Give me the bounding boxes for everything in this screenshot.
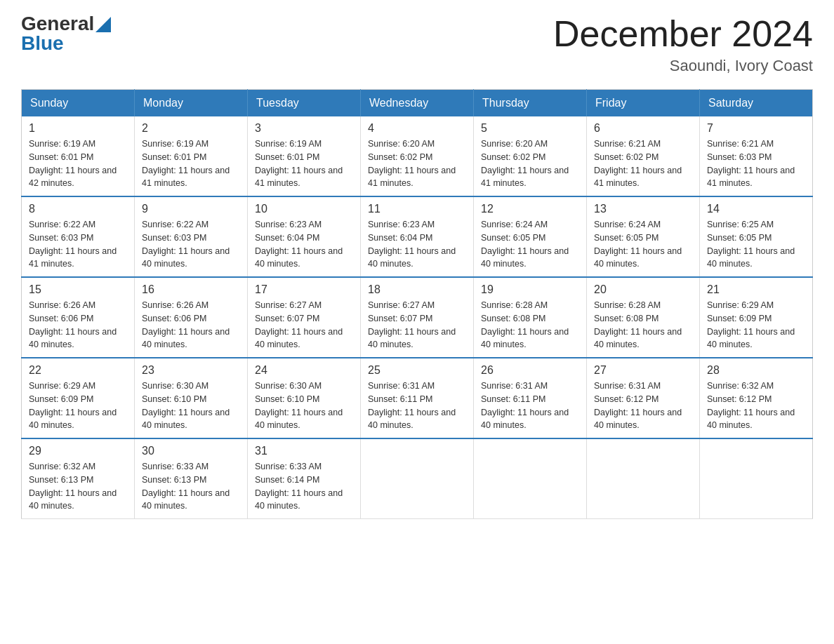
logo: General Blue: [21, 14, 111, 53]
calendar-day-cell: 19Sunrise: 6:28 AMSunset: 6:08 PMDayligh…: [474, 277, 587, 358]
sunset-text: Sunset: 6:05 PM: [594, 233, 658, 243]
day-number: 4: [368, 122, 466, 135]
calendar-day-cell: [474, 438, 587, 519]
sunset-text: Sunset: 6:10 PM: [142, 394, 206, 404]
day-info: Sunrise: 6:23 AMSunset: 6:04 PMDaylight:…: [368, 218, 466, 271]
logo-triangle-icon: [95, 17, 111, 32]
calendar-day-cell: 14Sunrise: 6:25 AMSunset: 6:05 PMDayligh…: [700, 196, 813, 277]
day-info: Sunrise: 6:22 AMSunset: 6:03 PMDaylight:…: [142, 218, 240, 271]
sunrise-text: Sunrise: 6:20 AM: [481, 139, 548, 149]
daylight-text: Daylight: 11 hours and 41 minutes.: [707, 166, 795, 189]
day-number: 31: [255, 445, 353, 457]
sunset-text: Sunset: 6:05 PM: [481, 233, 545, 243]
sunset-text: Sunset: 6:02 PM: [481, 152, 545, 162]
sunset-text: Sunset: 6:04 PM: [368, 233, 432, 243]
calendar-week-row: 1Sunrise: 6:19 AMSunset: 6:01 PMDaylight…: [22, 116, 813, 196]
calendar-day-cell: 11Sunrise: 6:23 AMSunset: 6:04 PMDayligh…: [361, 196, 474, 277]
daylight-text: Daylight: 11 hours and 40 minutes.: [368, 408, 456, 431]
daylight-text: Daylight: 11 hours and 40 minutes.: [142, 408, 230, 431]
column-header-wednesday: Wednesday: [361, 90, 474, 117]
daylight-text: Daylight: 11 hours and 41 minutes.: [594, 166, 682, 189]
calendar-day-cell: 20Sunrise: 6:28 AMSunset: 6:08 PMDayligh…: [587, 277, 700, 358]
calendar-header-row: SundayMondayTuesdayWednesdayThursdayFrid…: [22, 90, 813, 117]
daylight-text: Daylight: 11 hours and 40 minutes.: [142, 246, 230, 269]
sunrise-text: Sunrise: 6:23 AM: [368, 220, 435, 229]
daylight-text: Daylight: 11 hours and 40 minutes.: [707, 246, 795, 269]
calendar-week-row: 22Sunrise: 6:29 AMSunset: 6:09 PMDayligh…: [22, 358, 813, 438]
day-info: Sunrise: 6:32 AMSunset: 6:13 PMDaylight:…: [29, 460, 127, 513]
day-info: Sunrise: 6:22 AMSunset: 6:03 PMDaylight:…: [29, 218, 127, 271]
sunset-text: Sunset: 6:12 PM: [594, 394, 658, 404]
daylight-text: Daylight: 11 hours and 40 minutes.: [481, 327, 569, 350]
daylight-text: Daylight: 11 hours and 40 minutes.: [255, 246, 343, 269]
daylight-text: Daylight: 11 hours and 40 minutes.: [594, 408, 682, 431]
calendar-day-cell: 31Sunrise: 6:33 AMSunset: 6:14 PMDayligh…: [248, 438, 361, 519]
calendar-day-cell: 4Sunrise: 6:20 AMSunset: 6:02 PMDaylight…: [361, 116, 474, 196]
daylight-text: Daylight: 11 hours and 40 minutes.: [594, 327, 682, 350]
day-info: Sunrise: 6:28 AMSunset: 6:08 PMDaylight:…: [594, 299, 692, 351]
daylight-text: Daylight: 11 hours and 40 minutes.: [255, 488, 343, 511]
calendar-day-cell: 5Sunrise: 6:20 AMSunset: 6:02 PMDaylight…: [474, 116, 587, 196]
sunrise-text: Sunrise: 6:28 AM: [481, 300, 548, 310]
day-number: 20: [594, 283, 692, 296]
day-info: Sunrise: 6:30 AMSunset: 6:10 PMDaylight:…: [142, 380, 240, 432]
svg-marker-0: [95, 17, 111, 32]
daylight-text: Daylight: 11 hours and 40 minutes.: [255, 327, 343, 350]
sunrise-text: Sunrise: 6:33 AM: [142, 462, 208, 471]
sunrise-text: Sunrise: 6:33 AM: [255, 462, 322, 471]
day-number: 24: [255, 364, 353, 377]
sunrise-text: Sunrise: 6:23 AM: [255, 220, 322, 229]
day-info: Sunrise: 6:19 AMSunset: 6:01 PMDaylight:…: [142, 137, 240, 190]
day-info: Sunrise: 6:31 AMSunset: 6:11 PMDaylight:…: [481, 380, 579, 432]
sunrise-text: Sunrise: 6:21 AM: [594, 139, 661, 149]
day-number: 16: [142, 283, 240, 296]
day-info: Sunrise: 6:19 AMSunset: 6:01 PMDaylight:…: [29, 137, 127, 190]
sunset-text: Sunset: 6:05 PM: [707, 233, 772, 243]
day-info: Sunrise: 6:30 AMSunset: 6:10 PMDaylight:…: [255, 380, 353, 432]
day-number: 19: [481, 283, 579, 296]
calendar-week-row: 29Sunrise: 6:32 AMSunset: 6:13 PMDayligh…: [22, 438, 813, 519]
page-header: General Blue December 2024 Saoundi, Ivor…: [21, 14, 813, 75]
logo-general-text: General: [21, 14, 94, 34]
sunset-text: Sunset: 6:02 PM: [368, 152, 432, 162]
daylight-text: Daylight: 11 hours and 41 minutes.: [29, 246, 117, 269]
calendar-day-cell: 15Sunrise: 6:26 AMSunset: 6:06 PMDayligh…: [22, 277, 135, 358]
sunset-text: Sunset: 6:08 PM: [481, 314, 545, 323]
calendar-day-cell: [361, 438, 474, 519]
sunrise-text: Sunrise: 6:24 AM: [594, 220, 661, 229]
calendar-day-cell: 7Sunrise: 6:21 AMSunset: 6:03 PMDaylight…: [700, 116, 813, 196]
daylight-text: Daylight: 11 hours and 40 minutes.: [481, 246, 569, 269]
day-info: Sunrise: 6:31 AMSunset: 6:11 PMDaylight:…: [368, 380, 466, 432]
sunset-text: Sunset: 6:09 PM: [707, 314, 772, 323]
sunrise-text: Sunrise: 6:21 AM: [707, 139, 774, 149]
sunset-text: Sunset: 6:07 PM: [255, 314, 319, 323]
calendar-day-cell: 18Sunrise: 6:27 AMSunset: 6:07 PMDayligh…: [361, 277, 474, 358]
day-info: Sunrise: 6:27 AMSunset: 6:07 PMDaylight:…: [255, 299, 353, 351]
calendar-day-cell: 28Sunrise: 6:32 AMSunset: 6:12 PMDayligh…: [700, 358, 813, 438]
day-number: 17: [255, 283, 353, 296]
day-number: 7: [707, 122, 805, 135]
day-info: Sunrise: 6:29 AMSunset: 6:09 PMDaylight:…: [707, 299, 805, 351]
daylight-text: Daylight: 11 hours and 40 minutes.: [707, 408, 795, 431]
sunrise-text: Sunrise: 6:29 AM: [29, 381, 95, 391]
location-text: Saoundi, Ivory Coast: [553, 57, 813, 75]
column-header-tuesday: Tuesday: [248, 90, 361, 117]
title-section: December 2024 Saoundi, Ivory Coast: [553, 14, 813, 75]
daylight-text: Daylight: 11 hours and 40 minutes.: [481, 408, 569, 431]
sunset-text: Sunset: 6:01 PM: [142, 152, 206, 162]
sunset-text: Sunset: 6:01 PM: [29, 152, 93, 162]
calendar-day-cell: 13Sunrise: 6:24 AMSunset: 6:05 PMDayligh…: [587, 196, 700, 277]
daylight-text: Daylight: 11 hours and 40 minutes.: [368, 327, 456, 350]
sunset-text: Sunset: 6:09 PM: [29, 394, 93, 404]
daylight-text: Daylight: 11 hours and 40 minutes.: [29, 408, 117, 431]
day-info: Sunrise: 6:21 AMSunset: 6:03 PMDaylight:…: [707, 137, 805, 190]
day-number: 8: [29, 203, 127, 215]
sunrise-text: Sunrise: 6:28 AM: [594, 300, 661, 310]
sunrise-text: Sunrise: 6:32 AM: [29, 462, 95, 471]
day-info: Sunrise: 6:25 AMSunset: 6:05 PMDaylight:…: [707, 218, 805, 271]
day-number: 5: [481, 122, 579, 135]
day-info: Sunrise: 6:28 AMSunset: 6:08 PMDaylight:…: [481, 299, 579, 351]
day-number: 21: [707, 283, 805, 296]
day-info: Sunrise: 6:26 AMSunset: 6:06 PMDaylight:…: [142, 299, 240, 351]
day-number: 22: [29, 364, 127, 377]
